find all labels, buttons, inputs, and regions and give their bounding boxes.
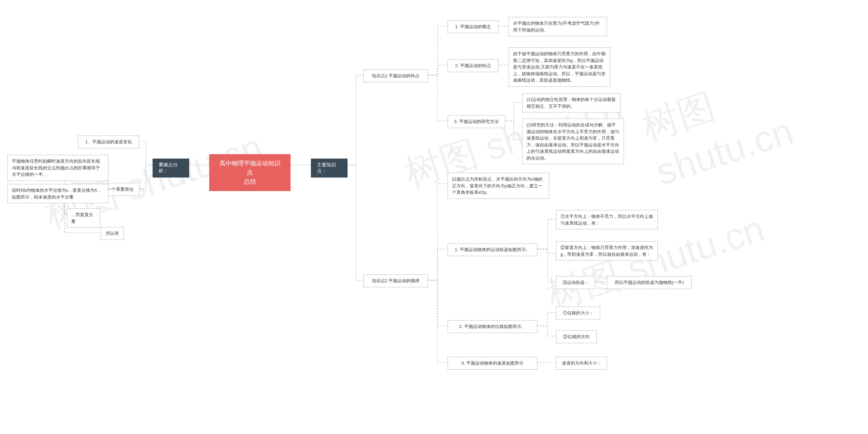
k2-a1: ①水平方向上：物体不受力，所以水平方向上做匀速直线运动，有： [556,210,658,229]
k1-b1: 由于做平抛运动的物体只受重力的作用，由牛顿第二定律可知，其加速度恒为g，所以平抛… [509,47,610,87]
k1-title: 知识点1 平抛运动的特点 [363,69,428,82]
k2-a2: ②竖直方向上：物体只受重力作用，加速度恒为g，而初速度为零，所以做自由落体运动，… [556,241,658,261]
k1-a: 1. 平抛运动的概念 [448,20,498,33]
k2-c1: 速度的方向和大小： [556,357,607,370]
k2-intro: 以抛出点为坐标原点，水平抛出的方向为x轴的正方向，竖直向下的方向为y轴正方向，建… [448,173,549,199]
k2-b: 2. 平抛运动物体的位移如图所示。 [448,320,537,333]
cat-left: 重难点分析： [153,159,189,178]
left-n2b: 设时间t内物体的水平位移为s，竖直位移为h，如图所示，则末速度的水平分量 [7,184,108,203]
left-n1: 1、平抛运动的速度变化 [78,136,139,148]
cat-right: 主要知识点： [311,159,348,178]
k2-a3: ③运动轨迹： [556,276,595,289]
k1-c: 3. 平抛运动的研究方法 [448,115,505,128]
k2-c: 3. 平抛运动物体的速度如图所示 [448,357,537,370]
left-n2d: 所以有 [101,227,124,240]
connector-lines [0,0,868,434]
k2-title: 知识点2 平抛运动的规律 [363,274,428,287]
k1-a1: 水平抛出的物体只在重力(不考虑空气阻力)作用下所做的运动。 [509,17,607,36]
k2-a3b: 所以平抛运动的轨迹为抛物线(一半) [607,276,692,289]
watermark: 树图 shutu.cn [635,36,868,193]
k1-b: 2. 平抛运动的特点 [448,59,498,72]
left-n2a: 平抛物体任意时刻瞬时速度方向的反向延长线与初速度延长线的交点到抛出点的距离都等于… [7,155,108,181]
k2-b2: ②位移的方向 [556,330,597,343]
k1-c2: (2)研究的方法：利用运动的合成与分解。做平抛运动的物体在水平方向上不受力的作用… [522,119,624,164]
root-node: 高中物理平抛运动知识点 总结 [209,154,291,191]
k1-c1: (1)运动的独立性原理：物体的各个分运动都是相互独立、互不干扰的。 [522,93,620,112]
left-n2c: ，而竖直分量 [67,208,100,228]
k2-b1: ①位移的大小： [556,307,600,319]
k2-a: 1. 平抛运动物体的运动轨迹如图所示。 [448,243,537,256]
